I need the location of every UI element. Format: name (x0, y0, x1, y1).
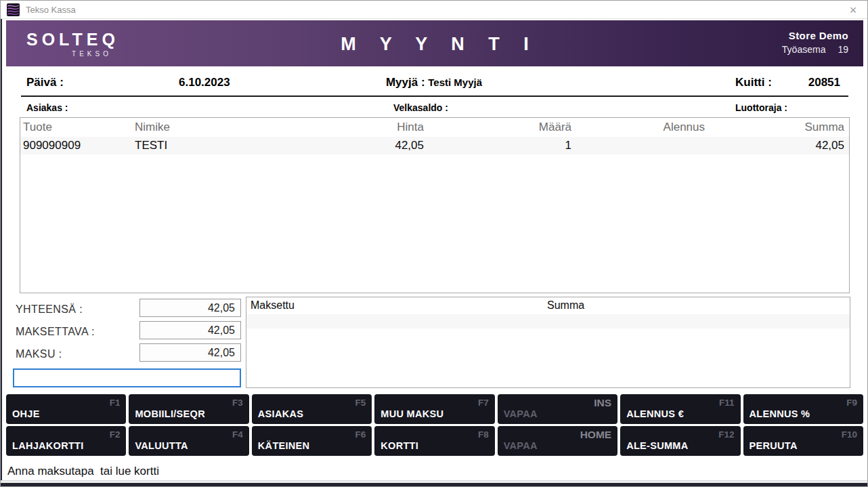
help-button[interactable]: F1 OHJE (6, 394, 126, 424)
cell-product-code: 909090909 (23, 139, 135, 152)
total-value-box: 42,05 (139, 299, 241, 317)
key-hint: F4 (232, 429, 243, 440)
col-header-quantity: Määrä (424, 121, 571, 134)
function-key-grid: F1 OHJE F3 MOBIILI/SEQR F5 ASIAKAS F7 MU… (6, 394, 863, 458)
key-hint: F9 (846, 398, 857, 408)
seller-value: Testi Myyjä (428, 77, 482, 88)
button-label: ASIAKAS (258, 408, 303, 419)
button-label: VAPAA (504, 440, 538, 451)
button-label: OHJE (12, 408, 40, 419)
customer-button[interactable]: F5 ASIAKAS (252, 394, 372, 424)
status-message: Anna maksutapa tai lue kortti (7, 465, 159, 478)
free-button-home: HOME VAPAA (498, 426, 617, 456)
close-icon[interactable]: × (846, 3, 861, 18)
key-hint: HOME (580, 429, 612, 441)
screen-title: M Y Y N T I (6, 34, 863, 55)
cell-quantity: 1 (424, 139, 571, 152)
key-hint: F6 (355, 429, 366, 440)
free-button-ins: INS VAPAA (498, 394, 617, 424)
key-hint: F10 (842, 429, 857, 440)
cell-product-name: TESTI (135, 139, 294, 152)
button-label: ALENNUS € (626, 408, 684, 419)
mobile-seqr-button[interactable]: F3 MOBIILI/SEQR (129, 394, 248, 424)
key-hint: F7 (478, 398, 489, 408)
discount-sum-button[interactable]: F12 ALE-SUMMA (620, 426, 740, 456)
discount-euro-button[interactable]: F11 ALENNUS € (620, 394, 740, 424)
debt-balance-label: Velkasaldo : (393, 102, 448, 113)
app-header: SOLTEQ TEKSO M Y Y N T I Store Demo Työa… (6, 20, 863, 66)
payment-entry-input[interactable] (13, 368, 241, 387)
workstation-label: Työasema (782, 44, 826, 55)
payments-header-row: Maksettu Summa (246, 297, 850, 314)
key-hint: INS (594, 397, 611, 409)
receipt-info-row: Päivä : 6.10.2023 Myyjä : Testi Myyjä Ku… (1, 76, 867, 92)
other-payment-button[interactable]: F7 MUU MAKSU (374, 394, 494, 424)
button-label: KORTTI (381, 440, 418, 451)
receipt-number: 20851 (808, 76, 840, 89)
paid-column-header: Maksettu (251, 299, 295, 312)
title-bar: Tekso Kassa × (1, 1, 867, 19)
payable-label: MAKSETTAVA : (16, 326, 95, 338)
payment-label: MAKSU : (16, 348, 62, 360)
cancel-button[interactable]: F10 PERUUTA (743, 426, 863, 456)
col-header-price: Hinta (294, 121, 424, 134)
payable-value-box: 42,05 (139, 321, 241, 339)
sum-column-header: Summa (547, 299, 584, 312)
currency-button[interactable]: F4 VALUUTTA (129, 426, 248, 456)
button-label: VAPAA (504, 408, 538, 419)
credit-limit-label: Luottoraja : (735, 102, 787, 113)
col-header-sum: Summa (705, 121, 844, 134)
cell-price: 42,05 (294, 139, 424, 152)
button-label: ALE-SUMMA (626, 440, 688, 451)
col-header-discount: Alennus (571, 121, 705, 134)
items-table-header: Tuote Nimike Hinta Määrä Alennus Summa (20, 118, 849, 137)
col-header-product: Tuote (23, 121, 135, 134)
payments-panel: Maksettu Summa (246, 297, 850, 388)
button-label: MOBIILI/SEQR (135, 408, 205, 419)
gift-card-button[interactable]: F2 LAHJAKORTTI (6, 426, 126, 456)
card-button[interactable]: F8 KORTTI (374, 426, 494, 456)
seller-label: Myyjä : (386, 76, 425, 89)
window-title: Tekso Kassa (26, 5, 76, 15)
key-hint: F8 (478, 429, 489, 440)
key-hint: F1 (110, 398, 121, 408)
store-info: Store Demo Työasema19 (782, 30, 848, 55)
app-window: Tekso Kassa × SOLTEQ TEKSO M Y Y N T I S… (0, 0, 868, 487)
key-hint: F2 (110, 429, 121, 440)
button-label: MUU MAKSU (381, 408, 443, 419)
button-label: LAHJAKORTTI (12, 440, 84, 451)
customer-label: Asiakas : (26, 102, 68, 113)
customer-info-row: Asiakas : Velkasaldo : Luottoraja : (1, 102, 867, 116)
items-table: Tuote Nimike Hinta Määrä Alennus Summa 9… (20, 117, 850, 293)
button-label: ALENNUS % (750, 408, 810, 419)
cash-button[interactable]: F6 KÄTEINEN (252, 426, 372, 456)
key-hint: F5 (355, 398, 366, 408)
workstation-number: 19 (838, 44, 848, 55)
app-logo-icon (7, 3, 20, 16)
table-row[interactable]: 909090909 TESTI 42,05 1 42,05 (20, 137, 849, 154)
cell-sum: 42,05 (705, 139, 844, 152)
key-hint: F3 (232, 398, 243, 408)
divider-line (21, 96, 848, 97)
payment-value-box: 42,05 (139, 343, 241, 362)
key-hint: F11 (719, 398, 735, 408)
store-name: Store Demo (782, 30, 848, 41)
key-hint: F12 (718, 429, 734, 440)
payments-empty-row (246, 314, 850, 329)
button-label: VALUUTTA (135, 440, 188, 451)
col-header-name: Nimike (135, 121, 294, 134)
discount-percent-button[interactable]: F9 ALENNUS % (743, 394, 863, 424)
status-bar: Anna maksutapa tai lue kortti (1, 459, 867, 482)
window-left-border (1, 19, 2, 486)
button-label: KÄTEINEN (258, 440, 310, 451)
total-label: YHTEENSÄ : (16, 303, 83, 316)
workstation-info: Työasema19 (782, 44, 848, 55)
receipt-label: Kuitti : (735, 76, 772, 89)
button-label: PERUUTA (750, 440, 798, 451)
window-bottom-border (1, 480, 867, 486)
